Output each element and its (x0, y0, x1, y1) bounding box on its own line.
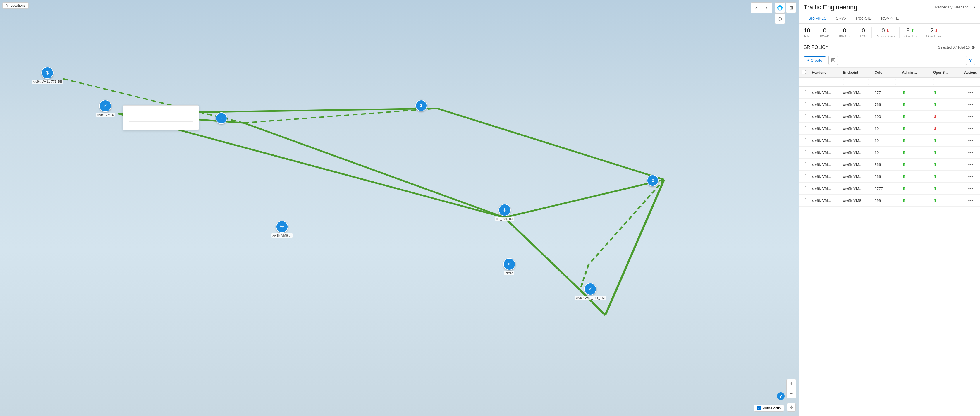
filter-headend-input[interactable] (812, 79, 837, 85)
create-label: Create (811, 58, 822, 62)
row-checkbox-0[interactable] (802, 90, 806, 94)
row-checkbox-cell-3 (799, 123, 809, 135)
table-row: xrv9k-VM... xrv9k-VM... 266 ⬆ ⬆ ••• (799, 171, 980, 183)
map-container[interactable]: All Locations ‹ › 🌐 ⊞ ⬡ ✳ xrv9k-VM11-771… (0, 0, 799, 416)
auto-focus-control[interactable]: ✓ Auto-Focus (754, 405, 784, 411)
create-button[interactable]: + Create (803, 56, 826, 64)
map-nav-right[interactable]: › (762, 3, 772, 13)
more-actions-btn-2[interactable]: ••• (967, 113, 975, 120)
help-button[interactable]: ? (777, 392, 784, 400)
refined-by[interactable]: Refined By: Headend ... ▾ (935, 5, 975, 10)
auto-focus-checkbox[interactable]: ✓ (757, 406, 761, 410)
tab-srv6[interactable]: SRv6 (831, 13, 850, 23)
filter-color-input[interactable] (875, 79, 896, 85)
th-oper[interactable]: Oper S... (930, 68, 961, 78)
tab-tree-sid[interactable]: Tree-SID (850, 13, 876, 23)
row-checkbox-4[interactable] (802, 138, 806, 142)
stat-bwod-label: BWoD (820, 35, 829, 38)
stat-oper-down[interactable]: 2 ⬇ Oper Down (921, 27, 947, 38)
table-wrapper[interactable]: Headend Endpoint Color Admin ... Oper S.… (799, 68, 980, 416)
row-checkbox-3[interactable] (802, 126, 806, 130)
more-actions-btn-9[interactable]: ••• (967, 197, 975, 204)
th-actions[interactable]: Actions (961, 68, 980, 78)
layers-btn[interactable]: ⬡ (775, 13, 785, 24)
node-circle-2b: 2 (415, 100, 427, 112)
row-actions-1: ••• (961, 99, 980, 111)
zoom-in-btn[interactable]: + (787, 379, 796, 389)
admin-status-icon-7: ⬆ (902, 174, 906, 179)
topology-btn[interactable]: ⊞ (786, 2, 796, 13)
row-checkbox-7[interactable] (802, 174, 806, 178)
more-actions-btn-7[interactable]: ••• (967, 173, 975, 180)
oper-status-icon-2: ⬇ (933, 114, 937, 119)
settings-gear-icon[interactable]: ⚙ (972, 45, 975, 50)
row-endpoint-9: xrv9k-VM8 (840, 194, 872, 207)
admin-status-icon-8: ⬆ (902, 186, 906, 191)
more-actions-btn-8[interactable]: ••• (967, 185, 975, 191)
filter-admin-input[interactable] (902, 79, 928, 85)
stat-lcm-number: 0 (862, 27, 865, 34)
auto-focus-label: Auto-Focus (763, 406, 781, 410)
filter-endpoint-input[interactable] (843, 79, 869, 85)
tabs-container: SR-MPLS SRv6 Tree-SID RSVP-TE (803, 13, 975, 23)
map-node-2c[interactable]: 2 (647, 175, 659, 186)
more-actions-btn-4[interactable]: ••• (967, 137, 975, 143)
map-lines-svg (0, 0, 799, 416)
table-row: xrv9k-VM... xrv9k-VM... 10 ⬆ ⬆ ••• (799, 135, 980, 147)
more-actions-btn-1[interactable]: ••• (967, 101, 975, 108)
select-all-checkbox[interactable] (802, 70, 806, 74)
filter-oper-input[interactable] (933, 79, 958, 85)
stat-oper-down-number: 2 ⬇ (930, 27, 938, 34)
map-nav-left[interactable]: ‹ (751, 3, 762, 13)
row-checkbox-cell-0 (799, 87, 809, 99)
more-actions-btn-6[interactable]: ••• (967, 161, 975, 167)
map-node-l12[interactable]: ✳ l12_771-15I (495, 204, 514, 221)
th-admin[interactable]: Admin ... (899, 68, 930, 78)
th-color[interactable]: Color (872, 68, 899, 78)
table-toolbar: + Create (799, 53, 980, 68)
row-headend-4: xrv9k-VM... (809, 135, 840, 147)
more-actions-btn-0[interactable]: ••• (967, 89, 975, 96)
row-color-7: 266 (872, 171, 899, 183)
stat-bwod[interactable]: 0 BWoD (815, 27, 834, 38)
row-checkbox-6[interactable] (802, 162, 806, 166)
stat-total[interactable]: 10 Total (803, 27, 815, 38)
stat-total-label: Total (803, 35, 810, 38)
row-checkbox-8[interactable] (802, 186, 806, 190)
oper-status-icon-3: ⬇ (933, 126, 937, 131)
globe-btn[interactable]: 🌐 (775, 2, 785, 13)
stat-oper-up[interactable]: 8 ⬆ Oper Up (900, 27, 921, 38)
more-actions-btn-5[interactable]: ••• (967, 149, 975, 156)
map-node-vm2[interactable]: ✳ xrv9k-VM2_751_15I (575, 283, 606, 300)
row-checkbox-1[interactable] (802, 102, 806, 106)
stat-lcm[interactable]: 0 LCM (855, 27, 872, 38)
admin-status-icon-9: ⬆ (902, 198, 906, 203)
map-node-vm11[interactable]: ✳ xrv9k-VM11-771-15I (32, 67, 63, 84)
map-node-bitfire[interactable]: ✳ bitfire (503, 258, 515, 275)
map-node-vm10[interactable]: ✳ xrv9k-VM10 (96, 100, 115, 117)
row-endpoint-2: xrv9k-VM... (840, 111, 872, 123)
tab-rsvp-te[interactable]: RSVP-TE (877, 13, 904, 23)
stat-bw-opt[interactable]: 0 BW-Opt (834, 27, 855, 38)
all-locations-badge[interactable]: All Locations (2, 2, 29, 9)
map-node-2b[interactable]: 2 (415, 100, 427, 112)
row-oper-5: ⬆ (930, 147, 961, 159)
node-circle-2a: 2 (216, 112, 227, 124)
map-node-2a[interactable]: 2 (216, 112, 227, 124)
map-node-vm6[interactable]: ✳ xrv9k-VM6-... (272, 221, 292, 237)
row-checkbox-9[interactable] (802, 198, 806, 202)
export-button[interactable] (829, 56, 838, 65)
admin-status-icon-4: ⬆ (902, 138, 906, 143)
tab-sr-mpls[interactable]: SR-MPLS (803, 13, 831, 23)
row-checkbox-2[interactable] (802, 114, 806, 118)
stat-admin-down[interactable]: 0 ⬇ Admin Down (872, 27, 900, 38)
th-headend[interactable]: Headend (809, 68, 840, 78)
zoom-out-btn[interactable]: − (787, 389, 796, 398)
th-endpoint[interactable]: Endpoint (840, 68, 872, 78)
row-endpoint-7: xrv9k-VM... (840, 171, 872, 183)
more-actions-btn-3[interactable]: ••• (967, 125, 975, 132)
compass-button[interactable]: ✛ (787, 403, 796, 411)
filter-button[interactable] (966, 56, 975, 65)
row-checkbox-5[interactable] (802, 150, 806, 154)
row-endpoint-1: xrv9k-VM... (840, 99, 872, 111)
